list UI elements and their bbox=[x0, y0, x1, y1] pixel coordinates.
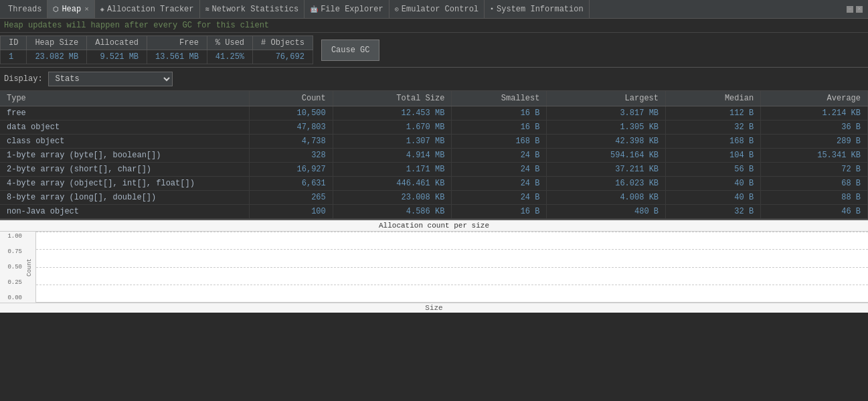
table-cell-6: 289 B bbox=[761, 135, 868, 149]
close-button[interactable]: × bbox=[856, 6, 863, 13]
table-cell-2: 1.171 MB bbox=[333, 163, 452, 177]
tab-network-statistics[interactable]: ≋ Network Statistics bbox=[200, 0, 305, 18]
col-pct-used: % Used bbox=[207, 36, 252, 50]
table-cell-3: 16 B bbox=[452, 106, 547, 121]
table-cell-2: 1.307 MB bbox=[333, 135, 452, 149]
allocation-tab-label: Allocation Tracker bbox=[107, 5, 194, 14]
sysinfo-tab-label: System Information bbox=[497, 5, 584, 14]
th-smallest: Smallest bbox=[452, 91, 547, 106]
th-type: Type bbox=[0, 91, 250, 106]
table-cell-6: 15.341 KB bbox=[761, 149, 868, 163]
th-average: Average bbox=[761, 91, 868, 106]
table-cell-3: 24 B bbox=[452, 191, 547, 205]
info-bar: Heap updates will happen after every GC … bbox=[0, 19, 868, 33]
chart-inner bbox=[35, 232, 868, 303]
display-select[interactable]: Stats Linear Allocation Log Bitmap Queue bbox=[48, 72, 173, 86]
heap-cell-5: 76,692 bbox=[253, 50, 313, 64]
tab-system-information[interactable]: ▪ System Information bbox=[485, 0, 590, 18]
chart-x-label: Size bbox=[0, 303, 868, 313]
table-cell-0: 1-byte array (byte[], boolean[]) bbox=[0, 149, 250, 163]
network-tab-label: Network Statistics bbox=[212, 5, 299, 14]
minimize-button[interactable]: − bbox=[847, 6, 853, 13]
table-cell-6: 88 B bbox=[761, 191, 868, 205]
tab-file-explorer[interactable]: 🤖 File Explorer bbox=[305, 0, 389, 18]
table-row: data object47,8031.670 MB16 B1.305 KB32 … bbox=[0, 121, 868, 135]
emulator-icon: ⊙ bbox=[395, 5, 399, 13]
table-cell-6: 68 B bbox=[761, 177, 868, 191]
allocation-icon: ◈ bbox=[100, 5, 104, 13]
display-row: Display: Stats Linear Allocation Log Bit… bbox=[0, 68, 868, 91]
main-data-table: Type Count Total Size Smallest Largest M… bbox=[0, 91, 868, 219]
sysinfo-icon: ▪ bbox=[490, 5, 494, 13]
table-row: 4-byte array (object[], int[], float[])6… bbox=[0, 177, 868, 191]
table-cell-0: non-Java object bbox=[0, 205, 250, 219]
table-cell-6: 36 B bbox=[761, 121, 868, 135]
table-cell-3: 168 B bbox=[452, 135, 547, 149]
tab-emulator-control[interactable]: ⊙ Emulator Control bbox=[389, 0, 485, 18]
table-cell-1: 6,631 bbox=[250, 177, 333, 191]
table-cell-5: 168 B bbox=[666, 135, 761, 149]
table-cell-6: 1.214 KB bbox=[761, 106, 868, 121]
table-cell-1: 4,738 bbox=[250, 135, 333, 149]
table-cell-3: 24 B bbox=[452, 177, 547, 191]
th-count: Count bbox=[250, 91, 333, 106]
chart-title: Allocation count per size bbox=[0, 220, 868, 232]
tab-bar: Threads ⬡ Heap × ◈ Allocation Tracker ≋ … bbox=[0, 0, 868, 19]
table-cell-2: 446.461 KB bbox=[333, 177, 452, 191]
tab-heap[interactable]: ⬡ Heap × bbox=[48, 0, 94, 18]
table-cell-2: 23.008 KB bbox=[333, 191, 452, 205]
network-icon: ≋ bbox=[205, 5, 209, 13]
table-cell-0: class object bbox=[0, 135, 250, 149]
table-row: 1-byte array (byte[], boolean[])3284.914… bbox=[0, 149, 868, 163]
table-cell-5: 32 B bbox=[666, 205, 761, 219]
table-cell-1: 10,500 bbox=[250, 106, 333, 121]
heap-table-area: ID Heap Size Allocated Free % Used # Obj… bbox=[0, 33, 868, 68]
table-cell-4: 3.817 MB bbox=[547, 106, 666, 121]
table-cell-3: 16 B bbox=[452, 121, 547, 135]
chart-area: Allocation count per size 1.00 0.75 0.50… bbox=[0, 219, 868, 313]
table-cell-0: 2-byte array (short[], char[]) bbox=[0, 163, 250, 177]
table-cell-4: 594.164 KB bbox=[547, 149, 666, 163]
emulator-tab-label: Emulator Control bbox=[402, 5, 479, 14]
table-row: 2-byte array (short[], char[])16,9271.17… bbox=[0, 163, 868, 177]
tab-threads[interactable]: Threads bbox=[3, 0, 48, 18]
table-cell-0: 8-byte array (long[], double[]) bbox=[0, 191, 250, 205]
col-objects: # Objects bbox=[253, 36, 313, 50]
heap-tab-label: Heap bbox=[62, 5, 81, 14]
table-row: 8-byte array (long[], double[])26523.008… bbox=[0, 191, 868, 205]
table-cell-4: 1.305 KB bbox=[547, 121, 666, 135]
table-cell-4: 42.398 KB bbox=[547, 135, 666, 149]
table-cell-6: 72 B bbox=[761, 163, 868, 177]
table-cell-5: 32 B bbox=[666, 121, 761, 135]
table-cell-1: 265 bbox=[250, 191, 333, 205]
y-tick-3: 0.50 bbox=[7, 264, 22, 270]
gridline-25 bbox=[36, 285, 868, 285]
heap-table: ID Heap Size Allocated Free % Used # Obj… bbox=[0, 35, 313, 64]
table-row: free10,50012.453 MB16 B3.817 MB112 B1.21… bbox=[0, 106, 868, 121]
heap-cell-4: 41.25% bbox=[207, 50, 252, 64]
heap-cell-2: 9.521 MB bbox=[87, 50, 147, 64]
col-id: ID bbox=[1, 36, 27, 50]
table-cell-5: 112 B bbox=[666, 106, 761, 121]
th-total-size: Total Size bbox=[333, 91, 452, 106]
table-row: non-Java object1004.586 KB16 B480 B32 B4… bbox=[0, 205, 868, 219]
tab-allocation-tracker[interactable]: ◈ Allocation Tracker bbox=[95, 0, 200, 18]
th-largest: Largest bbox=[547, 91, 666, 106]
gridline-0 bbox=[36, 302, 868, 303]
table-cell-4: 4.008 KB bbox=[547, 191, 666, 205]
table-cell-5: 56 B bbox=[666, 163, 761, 177]
col-heap-size: Heap Size bbox=[27, 36, 87, 50]
table-cell-2: 12.453 MB bbox=[333, 106, 452, 121]
cause-gc-button[interactable]: Cause GC bbox=[321, 39, 380, 61]
y-tick-1: 1.00 bbox=[7, 233, 22, 240]
gridline-100 bbox=[36, 232, 868, 232]
y-axis-label: Count bbox=[26, 258, 33, 276]
heap-table-row: 123.082 MB9.521 MB13.561 MB41.25%76,692 bbox=[1, 50, 313, 64]
gridline-50 bbox=[36, 267, 868, 268]
threads-tab-label: Threads bbox=[8, 5, 41, 14]
heap-cell-0: 1 bbox=[1, 50, 27, 64]
gridline-75 bbox=[36, 249, 868, 250]
table-cell-1: 16,927 bbox=[250, 163, 333, 177]
table-cell-1: 328 bbox=[250, 149, 333, 163]
heap-tab-close[interactable]: × bbox=[84, 5, 89, 13]
